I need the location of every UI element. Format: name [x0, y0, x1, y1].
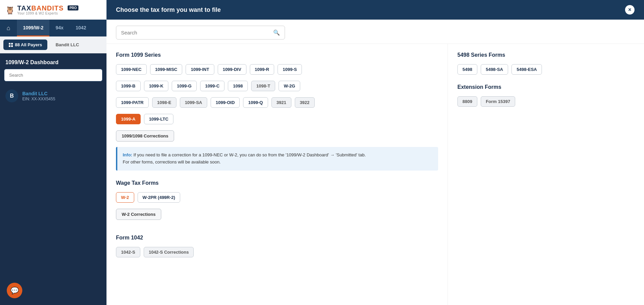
- corrections-chip-1099[interactable]: 1099/1098 Corrections: [116, 130, 174, 142]
- form-1099-chips-row3: 1099-PATR 1098-E 1099-SA 1099-OID 1099-Q…: [116, 97, 438, 108]
- chip-1099-nec[interactable]: 1099-NEC: [116, 64, 147, 75]
- chip-w2pr[interactable]: W-2PR (499R-2): [138, 192, 181, 203]
- pro-badge: PRO: [68, 5, 78, 10]
- extension-forms-title: Extension Forms: [457, 84, 635, 90]
- logo-text: TAXBANDITS: [17, 5, 64, 11]
- payer-name-link[interactable]: Bandit LLC: [22, 91, 48, 96]
- logo-tagline: Your 1099 & W2 Experts: [17, 11, 78, 15]
- modal-close-button[interactable]: ×: [625, 5, 635, 15]
- modal-search-input[interactable]: [121, 30, 270, 35]
- wage-tax-chips: W-2 W-2PR (499R-2): [116, 192, 438, 203]
- nav-tab-94x[interactable]: 94x: [49, 20, 69, 36]
- corrections-chip-w2[interactable]: W-2 Corrections: [116, 209, 161, 220]
- payer-avatar: B: [5, 90, 18, 102]
- chip-3922[interactable]: 3922: [295, 97, 315, 108]
- form-1099-chips-row4: 1099-A 1099-LTC: [116, 114, 438, 124]
- sidebar-search-container: [4, 69, 102, 81]
- chip-form15397[interactable]: Form 15397: [481, 96, 515, 107]
- modal-title: Choose the tax form you want to file: [116, 6, 221, 14]
- wage-tax-section: Wage Tax Forms W-2 W-2PR (499R-2) W-2 Co…: [116, 180, 438, 225]
- modal-side-content: 5498 Series Forms 5498 5498-SA 5498-ESA …: [448, 44, 644, 305]
- chip-5498-esa[interactable]: 5498-ESA: [511, 64, 542, 75]
- modal-header: Choose the tax form you want to file ×: [106, 0, 644, 20]
- form-1099-title: Form 1099 Series: [116, 52, 438, 58]
- chip-1099-sa[interactable]: 1099-SA: [180, 97, 207, 108]
- tax-form-modal: Choose the tax form you want to file × 🔍…: [106, 0, 644, 305]
- search-icon: 🔍: [273, 29, 280, 36]
- chip-1099-c[interactable]: 1099-C: [200, 81, 225, 91]
- logo-icon: 🦉: [5, 4, 15, 15]
- form-5498-chips: 5498 5498-SA 5498-ESA: [457, 64, 635, 75]
- chip-5498[interactable]: 5498: [457, 64, 477, 75]
- chip-1099-k[interactable]: 1099-K: [144, 81, 169, 91]
- chip-w2g[interactable]: W-2G: [279, 81, 300, 91]
- all-payers-tab[interactable]: 88 All Payers: [3, 40, 47, 50]
- form-1099-chips-row2: 1099-B 1099-K 1099-G 1099-C 1098 1098-T …: [116, 81, 438, 91]
- payer-info: Bandit LLC EIN: XX-XXX5455: [22, 91, 55, 101]
- nav-tab-1042[interactable]: 1042: [70, 20, 92, 36]
- chip-1098[interactable]: 1098: [228, 81, 248, 91]
- form-1099-chips-row1: 1099-NEC 1099-MISC 1099-INT 1099-DIV 109…: [116, 64, 438, 75]
- chip-8809[interactable]: 8809: [457, 96, 477, 107]
- chip-1099-misc[interactable]: 1099-MISC: [150, 64, 183, 75]
- chip-w2[interactable]: W-2: [116, 192, 134, 203]
- form-5498-title: 5498 Series Forms: [457, 52, 635, 58]
- chip-1042-s[interactable]: 1042-S: [116, 247, 140, 257]
- dashboard-title: 1099/W-2 Dashboard: [0, 53, 106, 69]
- home-icon: ⌂: [7, 25, 10, 32]
- payer-ein: EIN: XX-XXX5455: [22, 97, 55, 101]
- info-box-1099: Info: If you need to file a correction f…: [116, 147, 438, 171]
- chat-button[interactable]: 💬: [7, 283, 22, 298]
- chip-1099-q[interactable]: 1099-Q: [243, 97, 268, 108]
- modal-main-content: Form 1099 Series 1099-NEC 1099-MISC 1099…: [106, 44, 448, 305]
- chip-1099-s[interactable]: 1099-S: [278, 64, 302, 75]
- chat-icon: 💬: [10, 286, 19, 295]
- sidebar: 🦉 TAXBANDITS PRO Your 1099 & W2 Experts …: [0, 0, 106, 305]
- bandit-llc-tab-label: Bandit LLC: [55, 42, 79, 47]
- info-text: If you need to file a correction for a 1…: [123, 152, 366, 164]
- chip-1099-r[interactable]: 1099-R: [250, 64, 275, 75]
- all-payers-tab-label: 88 All Payers: [15, 42, 42, 47]
- nav-tab-1099w2[interactable]: 1099/W-2: [17, 20, 49, 36]
- chip-1098-t[interactable]: 1098-T: [251, 81, 275, 91]
- form-1042-chips: 1042-S 1042-S Corrections: [116, 247, 438, 257]
- form-1042-title: Form 1042: [116, 235, 438, 241]
- form-5498-section: 5498 Series Forms 5498 5498-SA 5498-ESA: [457, 52, 635, 75]
- chip-1099-oid[interactable]: 1099-OID: [211, 97, 240, 108]
- chip-1099-g[interactable]: 1099-G: [172, 81, 196, 91]
- grid-icon: [9, 43, 13, 47]
- info-label: Info:: [123, 152, 132, 157]
- chip-3921[interactable]: 3921: [271, 97, 291, 108]
- bandit-llc-tab[interactable]: Bandit LLC: [50, 40, 84, 50]
- modal-search-bar: 🔍: [106, 20, 644, 44]
- logo-area: 🦉 TAXBANDITS PRO Your 1099 & W2 Experts: [0, 0, 106, 20]
- nav-tabs: ⌂ 1099/W-2 94x 1042: [0, 20, 106, 36]
- nav-tab-94x-label: 94x: [55, 25, 63, 30]
- chip-1042-s-corrections[interactable]: 1042-S Corrections: [144, 247, 194, 257]
- modal-body: Form 1099 Series 1099-NEC 1099-MISC 1099…: [106, 44, 644, 305]
- extension-chips: 8809 Form 15397: [457, 96, 635, 107]
- close-icon: ×: [628, 7, 631, 13]
- chip-1098-e[interactable]: 1098-E: [152, 97, 176, 108]
- chip-1099-patr[interactable]: 1099-PATR: [116, 97, 149, 108]
- nav-tab-1099w2-label: 1099/W-2: [23, 25, 43, 30]
- sidebar-search-input[interactable]: [4, 69, 102, 81]
- chip-1099-a[interactable]: 1099-A: [116, 114, 141, 124]
- modal-search-wrapper: 🔍: [116, 26, 285, 40]
- chip-1099-ltc[interactable]: 1099-LTC: [144, 114, 174, 124]
- payer-item[interactable]: B Bandit LLC EIN: XX-XXX5455: [0, 85, 106, 107]
- wage-tax-title: Wage Tax Forms: [116, 180, 438, 186]
- home-nav-button[interactable]: ⌂: [0, 20, 17, 36]
- form-1099-section: Form 1099 Series 1099-NEC 1099-MISC 1099…: [116, 52, 438, 171]
- chip-1099-b[interactable]: 1099-B: [116, 81, 141, 91]
- extension-forms-section: Extension Forms 8809 Form 15397: [457, 84, 635, 107]
- chip-1099-div[interactable]: 1099-DIV: [218, 64, 246, 75]
- chip-5498-sa[interactable]: 5498-SA: [481, 64, 508, 75]
- nav-tab-1042-label: 1042: [76, 25, 86, 30]
- form-1042-section: Form 1042 1042-S 1042-S Corrections: [116, 235, 438, 257]
- chip-1099-int[interactable]: 1099-INT: [186, 64, 214, 75]
- payer-tabs: 88 All Payers Bandit LLC: [0, 36, 106, 53]
